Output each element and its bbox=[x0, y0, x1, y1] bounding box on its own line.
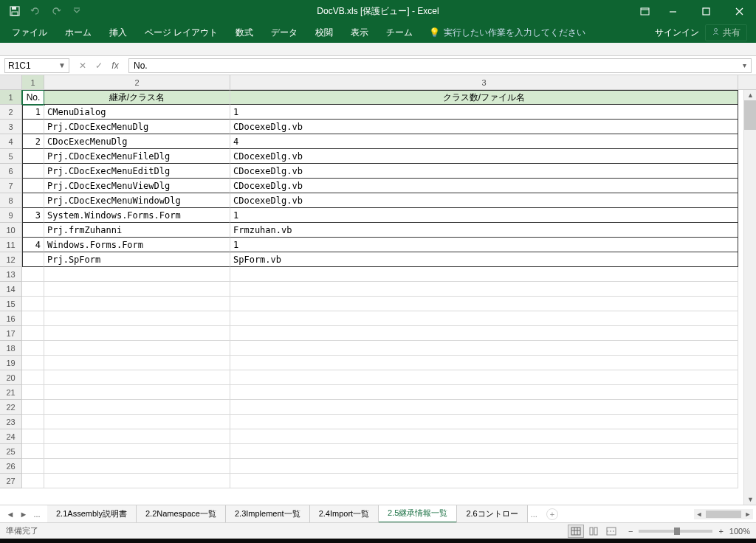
tab-file[interactable]: ファイル bbox=[3, 22, 56, 43]
row-header[interactable]: 23 bbox=[0, 415, 22, 429]
row-header[interactable]: 9 bbox=[0, 208, 22, 223]
tab-view[interactable]: 表示 bbox=[342, 22, 377, 43]
hscroll-thumb[interactable] bbox=[706, 511, 741, 518]
row-header[interactable]: 15 bbox=[0, 297, 22, 311]
row-header[interactable]: 25 bbox=[0, 444, 22, 459]
cell-header-class[interactable]: 継承/クラス名 bbox=[44, 90, 230, 105]
undo-button[interactable] bbox=[27, 2, 44, 20]
cell[interactable] bbox=[230, 326, 738, 341]
cell[interactable] bbox=[22, 415, 44, 429]
cell[interactable] bbox=[22, 267, 44, 282]
cell-no[interactable] bbox=[22, 223, 44, 238]
cell[interactable] bbox=[230, 429, 738, 444]
cell-class[interactable]: Windows.Forms.Form bbox=[44, 238, 230, 252]
view-page-layout-button[interactable] bbox=[585, 525, 602, 538]
cell-no[interactable]: 4 bbox=[22, 238, 44, 252]
cell[interactable] bbox=[22, 459, 44, 474]
row-header[interactable]: 13 bbox=[0, 267, 22, 282]
cell[interactable] bbox=[22, 385, 44, 400]
expand-formula-icon[interactable]: ▾ bbox=[743, 61, 746, 69]
minimize-button[interactable] bbox=[656, 0, 690, 22]
cell-header-file[interactable]: クラス数/ファイル名 bbox=[230, 90, 738, 105]
row-header[interactable]: 7 bbox=[0, 179, 22, 193]
cell[interactable] bbox=[230, 459, 738, 474]
cell-file[interactable]: 1 bbox=[230, 105, 738, 120]
cell-class[interactable]: System.Windows.Forms.Form bbox=[44, 208, 230, 223]
cell[interactable] bbox=[44, 282, 230, 297]
cell[interactable] bbox=[22, 341, 44, 356]
cell-no[interactable]: 2 bbox=[22, 134, 44, 149]
cell-class[interactable]: Prj.CDocExecMenuEditDlg bbox=[44, 164, 230, 179]
cell-file[interactable]: CDocexeDlg.vb bbox=[230, 193, 738, 208]
name-box[interactable]: R1C1 ▼ bbox=[4, 58, 69, 73]
cell-no[interactable] bbox=[22, 120, 44, 134]
scroll-down-icon[interactable]: ▼ bbox=[744, 494, 756, 505]
tab-data[interactable]: データ bbox=[262, 22, 306, 43]
save-button[interactable] bbox=[6, 2, 24, 20]
cell[interactable] bbox=[44, 444, 230, 459]
row-header[interactable]: 18 bbox=[0, 341, 22, 356]
row-header[interactable]: 17 bbox=[0, 326, 22, 341]
row-header[interactable]: 5 bbox=[0, 149, 22, 164]
cell-no[interactable] bbox=[22, 179, 44, 193]
cell[interactable] bbox=[22, 444, 44, 459]
cell[interactable] bbox=[230, 400, 738, 415]
col-header-2[interactable]: 2 bbox=[44, 75, 230, 89]
cell-file[interactable]: CDocexeDlg.vb bbox=[230, 179, 738, 193]
sheet-tab[interactable]: 2.5継承情報一覧 bbox=[379, 505, 457, 523]
cell-class[interactable]: Prj.CDocExecMenuFileDlg bbox=[44, 149, 230, 164]
cell[interactable] bbox=[230, 267, 738, 282]
cell[interactable] bbox=[44, 326, 230, 341]
zoom-out-button[interactable]: − bbox=[628, 527, 633, 536]
row-header[interactable]: 21 bbox=[0, 385, 22, 400]
cell-class[interactable]: Prj.SpForm bbox=[44, 252, 230, 267]
row-header[interactable]: 12 bbox=[0, 252, 22, 267]
cell-class[interactable]: Prj.CDocExecMenuViewDlg bbox=[44, 179, 230, 193]
cell[interactable] bbox=[230, 415, 738, 429]
sheet-tab[interactable]: 2.2Namespace一覧 bbox=[137, 505, 226, 523]
cell[interactable] bbox=[22, 429, 44, 444]
cell[interactable] bbox=[22, 326, 44, 341]
col-header-3[interactable]: 3 bbox=[230, 75, 738, 89]
cell[interactable] bbox=[22, 297, 44, 311]
row-header[interactable]: 22 bbox=[0, 400, 22, 415]
cell-class[interactable]: Prj.frmZuhanni bbox=[44, 223, 230, 238]
row-header[interactable]: 2 bbox=[0, 105, 22, 120]
cell-header-no[interactable]: No. bbox=[22, 90, 44, 105]
ribbon-display-button[interactable] bbox=[633, 0, 656, 22]
cell[interactable] bbox=[44, 370, 230, 385]
cell[interactable] bbox=[230, 282, 738, 297]
sheet-tab[interactable]: 2.4Import一覧 bbox=[310, 505, 379, 523]
formula-input[interactable]: No. ▾ bbox=[128, 58, 752, 73]
row-header[interactable]: 1 bbox=[0, 90, 22, 105]
hscroll-left-icon[interactable]: ◄ bbox=[694, 511, 704, 518]
share-button[interactable]: 共有 bbox=[705, 24, 747, 41]
cell[interactable] bbox=[44, 400, 230, 415]
qat-customize-button[interactable] bbox=[68, 2, 86, 20]
row-header[interactable]: 10 bbox=[0, 223, 22, 238]
row-header[interactable]: 11 bbox=[0, 238, 22, 252]
cell-file[interactable]: 1 bbox=[230, 208, 738, 223]
cell-no[interactable] bbox=[22, 252, 44, 267]
view-normal-button[interactable] bbox=[568, 525, 584, 538]
cell-no[interactable]: 3 bbox=[22, 208, 44, 223]
cell[interactable] bbox=[22, 400, 44, 415]
row-header[interactable]: 27 bbox=[0, 474, 22, 488]
cell-file[interactable]: CDocexeDlg.vb bbox=[230, 164, 738, 179]
select-all-corner[interactable] bbox=[0, 75, 22, 89]
horizontal-scrollbar[interactable]: ◄ ► bbox=[694, 509, 753, 519]
row-header[interactable]: 26 bbox=[0, 459, 22, 474]
row-header[interactable]: 8 bbox=[0, 193, 22, 208]
close-button[interactable] bbox=[723, 0, 756, 22]
tab-team[interactable]: チーム bbox=[377, 22, 422, 43]
cell[interactable] bbox=[44, 459, 230, 474]
cell[interactable] bbox=[44, 356, 230, 370]
redo-button[interactable] bbox=[47, 2, 65, 20]
zoom-thumb[interactable] bbox=[674, 528, 680, 535]
cell-class[interactable]: Prj.CDocExecMenuWindowDlg bbox=[44, 193, 230, 208]
cell-class[interactable]: CDocExecMenuDlg bbox=[44, 134, 230, 149]
cell[interactable] bbox=[22, 311, 44, 326]
fx-button[interactable]: fx bbox=[108, 58, 123, 73]
row-header[interactable]: 20 bbox=[0, 370, 22, 385]
tab-home[interactable]: ホーム bbox=[56, 22, 100, 43]
